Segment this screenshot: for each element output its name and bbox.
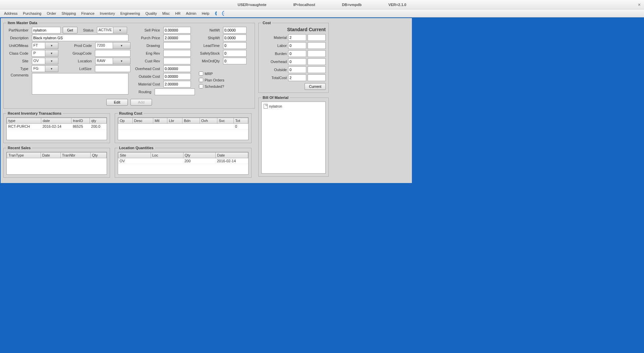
menu-shipping[interactable]: Shipping — [60, 11, 78, 16]
bom-root-item[interactable]: nylatron — [263, 103, 324, 109]
cost-std-total[interactable] — [288, 74, 306, 81]
outsidecost-input[interactable] — [163, 73, 191, 80]
sellprice-input[interactable] — [163, 27, 191, 34]
current-button[interactable]: Current — [305, 83, 326, 90]
cost-legend: Cost — [261, 21, 272, 25]
label-engrev: Eng Rev — [135, 51, 161, 55]
cost-std-outside[interactable] — [288, 66, 306, 73]
locqty-table[interactable]: Site Loc Qty Date OV 200 2016-02-14 — [118, 152, 249, 175]
label-cost-total: TotalCost — [261, 76, 287, 80]
cost-std-material[interactable] — [288, 34, 306, 41]
cost-std-labor[interactable] — [288, 42, 306, 49]
overheadcost-input[interactable] — [163, 65, 191, 72]
classcode-select[interactable]: P▼ — [32, 50, 58, 57]
edit-button[interactable]: Edit — [106, 99, 128, 106]
minordqty-input[interactable] — [223, 58, 247, 64]
menu-inventory[interactable]: Inventory — [98, 11, 117, 16]
custrev-input[interactable] — [163, 58, 191, 64]
shipwt-input[interactable] — [223, 35, 247, 41]
description-input[interactable] — [32, 35, 128, 41]
window-close-button[interactable]: × — [638, 2, 641, 7]
comments-textarea[interactable] — [32, 73, 128, 95]
add-button[interactable]: Add — [130, 99, 152, 106]
titlebar-user: USER=vaughnte — [238, 3, 267, 7]
recent-sales-table[interactable]: TranType Date TranNbr Qty — [6, 152, 107, 175]
menu-hr[interactable]: HR — [173, 11, 182, 16]
table-row[interactable]: 0 — [118, 124, 248, 129]
netwt-input[interactable] — [223, 27, 247, 34]
cost-std-burden[interactable] — [288, 50, 306, 57]
label-cost-overhead: Overhead — [261, 60, 287, 64]
label-planorders: Plan Orders — [205, 78, 224, 82]
chevron-down-icon: ▼ — [45, 43, 58, 49]
label-shipwt: ShipWt — [199, 36, 221, 40]
chevron-down-icon: ▼ — [113, 27, 126, 33]
cost-cur-material[interactable] — [308, 34, 326, 41]
menu-purchasing[interactable]: Purchasing — [21, 11, 43, 16]
label-sellprice: Sell Price — [135, 28, 161, 32]
label-uom: UnitOfMeas — [6, 44, 30, 48]
bom-legend: Bill Of Material — [261, 96, 290, 100]
uom-select[interactable]: FT▼ — [32, 42, 59, 49]
site-select[interactable]: OV▼ — [32, 58, 59, 64]
location-select[interactable]: RAW▼ — [95, 58, 130, 64]
menu-quality[interactable]: Quality — [143, 11, 159, 16]
label-cost-material: Material — [261, 36, 287, 40]
label-classcode: Class Code — [6, 51, 30, 55]
cost-header: Standard Current — [261, 27, 326, 32]
planorders-checkbox[interactable] — [199, 78, 203, 82]
table-row[interactable]: OV 200 2016-02-14 — [118, 158, 248, 164]
label-netwt: NetWt — [199, 28, 221, 32]
partnumber-input[interactable] — [32, 27, 61, 34]
cost-cur-burden[interactable] — [308, 50, 326, 57]
leadtime-input[interactable] — [223, 42, 247, 49]
cost-cur-total[interactable] — [308, 74, 326, 81]
get-button[interactable]: Get — [63, 27, 77, 34]
table-row[interactable]: RCT-PURCH 2016-02-14 86525 200.0 — [7, 124, 107, 129]
menu-order[interactable]: Order — [45, 11, 58, 16]
title-bar: USER=vaughnte IP=localhost DB=vmpdb VER=… — [0, 0, 644, 9]
mrp-checkbox[interactable] — [199, 71, 203, 76]
label-comments: Comments — [6, 73, 30, 77]
menu-help[interactable]: Help — [200, 11, 211, 16]
recent-inv-table[interactable]: type date tranID qty RCT-PURCH 2016-02-1… — [6, 117, 107, 140]
label-partnumber: PartNumber — [6, 28, 30, 32]
engrev-input[interactable] — [163, 50, 191, 57]
cost-cur-overhead[interactable] — [308, 58, 326, 65]
label-site: Site — [6, 59, 30, 63]
back-icon[interactable] — [213, 10, 219, 16]
menu-finance[interactable]: Finance — [79, 11, 96, 16]
titlebar-ver: VER=2.1.0 — [388, 3, 407, 7]
label-prodcode: Prod Code — [60, 44, 93, 48]
type-select[interactable]: FG▼ — [32, 65, 58, 72]
prodcode-select[interactable]: 7200▼ — [95, 42, 130, 49]
drawing-input[interactable] — [163, 42, 191, 49]
bom-tree[interactable]: nylatron — [261, 102, 326, 174]
menu-address[interactable]: Address — [2, 11, 19, 16]
cost-cur-labor[interactable] — [308, 42, 326, 49]
groupcode-input[interactable] — [95, 50, 130, 57]
item-master-fieldset: Item Master Data PartNumber Get Status A… — [3, 21, 255, 109]
safetystock-input[interactable] — [223, 50, 247, 57]
status-select[interactable]: ACTIVE▼ — [97, 27, 127, 34]
label-cost-outside: Outside — [261, 68, 287, 72]
chevron-down-icon: ▼ — [45, 58, 58, 64]
purchprice-input[interactable] — [163, 35, 191, 41]
routing-input[interactable] — [155, 89, 195, 95]
label-leadtime: LeadTime — [199, 44, 221, 48]
document-icon — [264, 104, 268, 109]
cost-cur-outside[interactable] — [308, 66, 326, 73]
menu-misc[interactable]: Misc — [160, 11, 172, 16]
scheduled-checkbox[interactable] — [199, 84, 203, 89]
menu-admin[interactable]: Admin — [184, 11, 198, 16]
chevron-down-icon: ▼ — [113, 43, 130, 49]
label-location: Location — [60, 59, 93, 63]
cost-std-overhead[interactable] — [288, 58, 306, 65]
menu-engineering[interactable]: Engineering — [118, 11, 142, 16]
refresh-icon[interactable] — [220, 10, 226, 16]
routing-cost-table[interactable]: Op Desc Mtl Lbr Bdn Ovh Svc Tot — [118, 117, 249, 140]
chevron-down-icon: ▼ — [45, 66, 58, 72]
materialcost-input[interactable] — [163, 81, 191, 87]
lotsize-input[interactable] — [95, 65, 130, 72]
label-cost-burden: Burden — [261, 52, 287, 56]
